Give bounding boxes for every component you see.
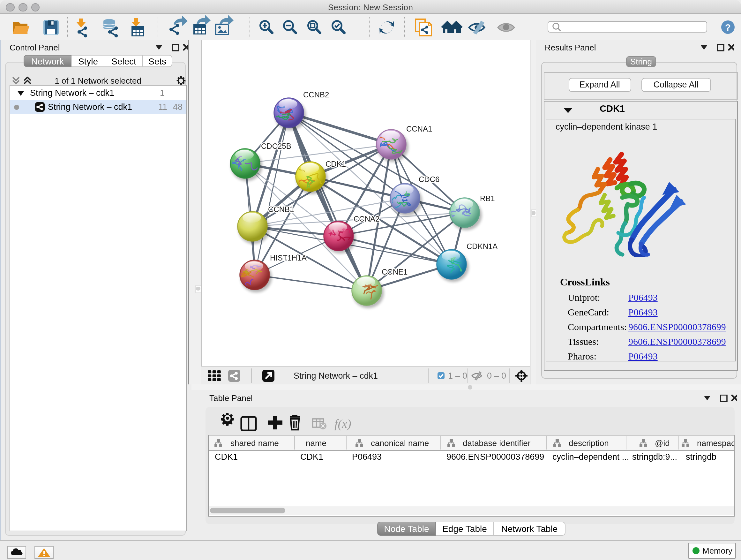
- svg-text:CCNB1: CCNB1: [268, 205, 294, 213]
- svg-text:CDC6: CDC6: [419, 175, 440, 183]
- svg-text:description: description: [568, 438, 609, 448]
- svg-text:RB1: RB1: [480, 194, 495, 202]
- svg-text:canonical name: canonical name: [370, 438, 428, 448]
- svg-text:CDC25B: CDC25B: [261, 141, 291, 150]
- svg-text:CCNA1: CCNA1: [406, 124, 432, 133]
- svg-text:CDKN1A: CDKN1A: [467, 242, 497, 250]
- svg-text:1 – 0: 1 – 0: [448, 371, 467, 380]
- svg-text:CCNA2: CCNA2: [354, 214, 380, 223]
- svg-text:f(x): f(x): [334, 417, 351, 431]
- svg-text:0 – 0: 0 – 0: [487, 371, 506, 380]
- svg-text:database identifier: database identifier: [462, 438, 530, 448]
- svg-text:String Network – cdk1: String Network – cdk1: [293, 371, 378, 380]
- svg-text:shared name: shared name: [230, 438, 279, 448]
- svg-text:CCNE1: CCNE1: [382, 267, 408, 276]
- svg-text:CCNB2: CCNB2: [303, 90, 329, 99]
- svg-text:HIST1H1A: HIST1H1A: [270, 253, 307, 262]
- svg-text:CDK1: CDK1: [326, 159, 346, 168]
- svg-text:name: name: [306, 438, 326, 448]
- svg-text:namespac: namespac: [697, 438, 734, 448]
- svg-text:@id: @id: [655, 438, 670, 448]
